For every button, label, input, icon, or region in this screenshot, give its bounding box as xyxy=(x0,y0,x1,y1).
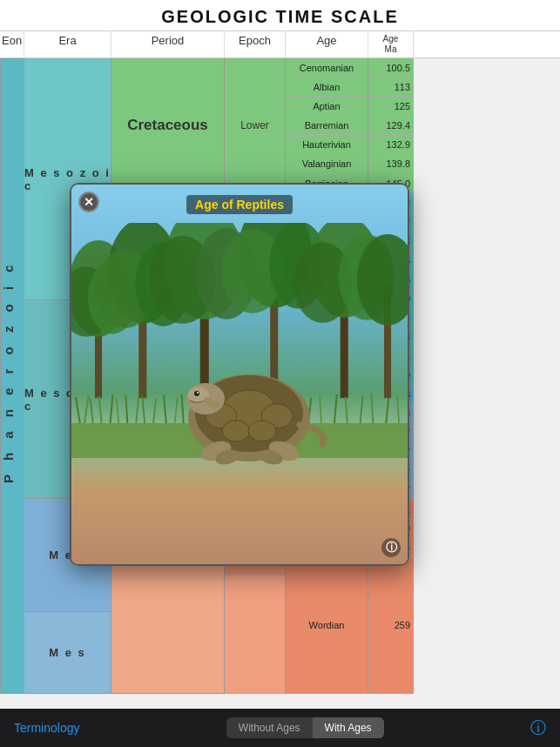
svg-point-59 xyxy=(248,421,276,441)
bottom-bar: Terminology Without Ages With Ages ⓘ xyxy=(0,709,560,747)
age-col-header: Age xyxy=(286,31,368,57)
epoch-col-header: Epoch xyxy=(225,31,286,57)
ma-132: 132.9 xyxy=(368,135,414,154)
svg-line-29 xyxy=(125,395,127,423)
info-button-bottom[interactable]: ⓘ xyxy=(530,717,546,738)
ma-259: 259 xyxy=(368,557,414,694)
svg-line-26 xyxy=(99,396,102,423)
epoch-other xyxy=(225,575,285,694)
popup-close-button[interactable]: ✕ xyxy=(78,192,99,212)
without-ages-toggle[interactable]: Without Ages xyxy=(226,717,313,738)
era-paleozoic-2: M e s xyxy=(24,612,111,694)
ma-129: 129.4 xyxy=(368,116,414,135)
age-toggle-group: Without Ages With Ages xyxy=(226,717,384,738)
svg-line-49 xyxy=(361,396,363,423)
eon-column: P h a n e r o z o i c xyxy=(0,58,24,694)
svg-line-51 xyxy=(386,398,388,423)
period-cretaceous[interactable]: Cretaceous xyxy=(111,58,224,193)
svg-line-52 xyxy=(397,395,399,423)
terminology-button[interactable]: Terminology xyxy=(14,721,79,735)
ma-125: 125 xyxy=(368,97,414,116)
period-col-header: Period xyxy=(111,31,225,57)
eon-col-header: Eon xyxy=(0,31,24,57)
age-barremian[interactable]: Barremian xyxy=(286,116,368,135)
svg-line-31 xyxy=(142,394,145,423)
popup-title: Age of Reptiles xyxy=(186,195,293,214)
svg-line-24 xyxy=(84,395,89,423)
age-cenomanian[interactable]: Cenomanian xyxy=(286,58,368,77)
epoch-lower: Lower xyxy=(225,58,285,193)
agema-col-header: AgeMa xyxy=(368,31,414,57)
age-aptian[interactable]: Aptian xyxy=(286,97,368,116)
ma-139: 139.8 xyxy=(368,154,414,174)
era-col-header: Era xyxy=(24,31,111,57)
age-wordian[interactable]: Wordian xyxy=(286,557,368,694)
svg-line-30 xyxy=(136,397,138,423)
ma-113: 113 xyxy=(368,77,414,97)
svg-point-58 xyxy=(222,421,250,441)
svg-point-63 xyxy=(197,392,199,394)
svg-point-62 xyxy=(194,391,199,396)
turtle-svg xyxy=(153,322,345,496)
page-title: GEOLOGIC TIME SCALE xyxy=(0,7,560,27)
page-header: GEOLOGIC TIME SCALE xyxy=(0,0,560,31)
popup-scene: ✕ Age of Reptiles ⓘ xyxy=(71,185,408,564)
ma-100: 100.5 xyxy=(368,58,414,77)
with-ages-toggle[interactable]: With Ages xyxy=(313,717,384,738)
svg-line-50 xyxy=(371,394,373,423)
svg-line-23 xyxy=(76,397,80,423)
popup-info-icon[interactable]: ⓘ xyxy=(381,538,401,557)
age-hauterivian[interactable]: Hauterivian xyxy=(286,135,368,154)
age-albian[interactable]: Albian xyxy=(286,77,368,97)
age-valanginian[interactable]: Valanginian xyxy=(286,154,368,174)
svg-line-48 xyxy=(346,397,347,423)
column-headers: Eon Era Period Epoch Age AgeMa xyxy=(0,31,560,58)
eon-label: P h a n e r o z o i c xyxy=(1,260,16,484)
svg-line-27 xyxy=(111,394,113,423)
svg-line-25 xyxy=(91,399,93,423)
age-of-reptiles-popup: ✕ Age of Reptiles ⓘ xyxy=(70,183,409,566)
svg-line-28 xyxy=(116,398,118,423)
